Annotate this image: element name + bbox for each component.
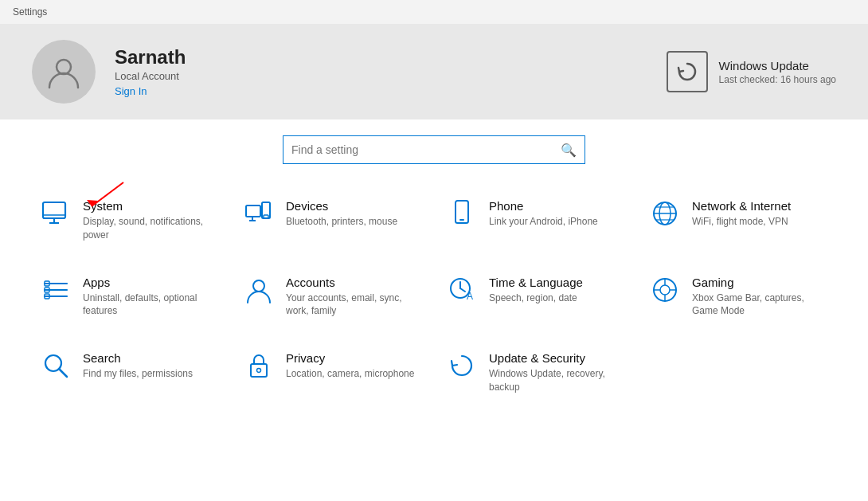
svg-point-31 bbox=[660, 285, 670, 295]
apps-subtitle: Uninstall, defaults, optional features bbox=[83, 292, 219, 319]
phone-title: Phone bbox=[489, 199, 598, 213]
svg-point-25 bbox=[253, 280, 264, 292]
settings-item-accounts[interactable]: Accounts Your accounts, email, sync, wor… bbox=[235, 263, 430, 331]
devices-text: Devices Bluetooth, printers, mouse bbox=[286, 199, 397, 229]
svg-rect-11 bbox=[264, 215, 268, 218]
accounts-title: Accounts bbox=[286, 276, 422, 289]
settings-item-apps[interactable]: Apps Uninstall, defaults, optional featu… bbox=[32, 263, 227, 331]
windows-update-subtitle: Last checked: 16 hours ago bbox=[719, 74, 836, 85]
search-icon: 🔍 bbox=[561, 143, 577, 158]
svg-text:A: A bbox=[467, 291, 473, 302]
phone-text: Phone Link your Android, iPhone bbox=[489, 199, 598, 229]
settings-grid: System Display, sound, notifications, po… bbox=[32, 186, 836, 407]
app-title: Settings bbox=[13, 6, 47, 18]
search-container: 🔍 bbox=[32, 135, 836, 164]
privacy-text: Privacy Location, camera, microphone bbox=[286, 351, 414, 381]
svg-point-0 bbox=[57, 60, 71, 74]
svg-line-28 bbox=[460, 288, 465, 292]
settings-item-system[interactable]: System Display, sound, notifications, po… bbox=[32, 186, 227, 255]
search-subtitle: Find my files, permissions bbox=[83, 367, 193, 381]
network-subtitle: WiFi, flight mode, VPN bbox=[692, 215, 791, 229]
system-subtitle: Display, sound, notifications, power bbox=[83, 215, 219, 242]
settings-item-search[interactable]: Search Find my files, permissions bbox=[32, 339, 227, 407]
network-icon bbox=[649, 199, 681, 228]
privacy-subtitle: Location, camera, microphone bbox=[286, 367, 414, 381]
time-subtitle: Speech, region, date bbox=[489, 292, 583, 305]
search-title: Search bbox=[83, 351, 193, 365]
search-box[interactable]: 🔍 bbox=[283, 135, 585, 164]
gaming-subtitle: Xbox Game Bar, captures, Game Mode bbox=[692, 292, 828, 319]
time-title: Time & Language bbox=[489, 276, 583, 289]
system-icon bbox=[40, 199, 72, 228]
profile-info: Sarnath Local Account Sign In bbox=[115, 46, 186, 97]
profile-header: Sarnath Local Account Sign In Windows Up… bbox=[0, 24, 868, 119]
settings-item-phone[interactable]: Phone Link your Android, iPhone bbox=[438, 186, 633, 255]
windows-update-icon bbox=[667, 51, 708, 92]
search-input[interactable] bbox=[291, 143, 561, 156]
network-text: Network & Internet WiFi, flight mode, VP… bbox=[692, 199, 791, 229]
phone-subtitle: Link your Android, iPhone bbox=[489, 215, 598, 229]
search-settings-icon bbox=[40, 351, 72, 380]
devices-subtitle: Bluetooth, printers, mouse bbox=[286, 215, 397, 229]
update-icon bbox=[446, 351, 478, 380]
profile-section: Sarnath Local Account Sign In bbox=[32, 40, 186, 104]
time-icon: A bbox=[446, 276, 478, 304]
gaming-text: Gaming Xbox Game Bar, captures, Game Mod… bbox=[692, 276, 828, 319]
network-title: Network & Internet bbox=[692, 199, 791, 213]
devices-icon bbox=[243, 199, 275, 228]
windows-update-title: Windows Update bbox=[719, 59, 836, 72]
svg-point-39 bbox=[257, 369, 261, 373]
time-text: Time & Language Speech, region, date bbox=[489, 276, 583, 305]
svg-rect-38 bbox=[251, 364, 267, 377]
settings-item-privacy[interactable]: Privacy Location, camera, microphone bbox=[235, 339, 430, 407]
apps-text: Apps Uninstall, defaults, optional featu… bbox=[83, 276, 219, 319]
search-text: Search Find my files, permissions bbox=[83, 351, 193, 381]
gaming-icon bbox=[649, 276, 681, 304]
main-content: 🔍 System Display, sound, notificati bbox=[0, 119, 868, 501]
sign-in-link[interactable]: Sign In bbox=[115, 85, 186, 97]
settings-item-time[interactable]: A Time & Language Speech, region, date bbox=[438, 263, 633, 331]
system-title: System bbox=[83, 199, 219, 213]
apps-title: Apps bbox=[83, 276, 219, 289]
settings-item-devices[interactable]: Devices Bluetooth, printers, mouse bbox=[235, 186, 430, 255]
accounts-icon bbox=[243, 276, 275, 304]
settings-item-update[interactable]: Update & Security Windows Update, recove… bbox=[438, 339, 633, 407]
settings-item-network[interactable]: Network & Internet WiFi, flight mode, VP… bbox=[641, 186, 836, 255]
gaming-title: Gaming bbox=[692, 276, 828, 289]
avatar bbox=[32, 40, 96, 104]
privacy-title: Privacy bbox=[286, 351, 414, 365]
apps-icon bbox=[40, 276, 72, 304]
phone-icon bbox=[446, 199, 478, 228]
account-type: Local Account bbox=[115, 70, 186, 82]
accounts-text: Accounts Your accounts, email, sync, wor… bbox=[286, 276, 422, 319]
title-bar: Settings bbox=[0, 0, 868, 24]
accounts-subtitle: Your accounts, email, sync, work, family bbox=[286, 292, 422, 319]
update-title: Update & Security bbox=[489, 351, 625, 365]
svg-rect-7 bbox=[246, 205, 260, 217]
windows-update-section[interactable]: Windows Update Last checked: 16 hours ag… bbox=[667, 51, 836, 92]
privacy-icon bbox=[243, 351, 275, 380]
update-subtitle: Windows Update, recovery, backup bbox=[489, 367, 625, 394]
svg-line-37 bbox=[59, 369, 67, 377]
devices-title: Devices bbox=[286, 199, 397, 213]
settings-item-gaming[interactable]: Gaming Xbox Game Bar, captures, Game Mod… bbox=[641, 263, 836, 331]
windows-update-text: Windows Update Last checked: 16 hours ag… bbox=[719, 59, 836, 85]
update-text: Update & Security Windows Update, recove… bbox=[489, 351, 625, 394]
svg-rect-3 bbox=[43, 202, 65, 218]
user-name: Sarnath bbox=[115, 46, 186, 68]
system-text: System Display, sound, notifications, po… bbox=[83, 199, 219, 242]
